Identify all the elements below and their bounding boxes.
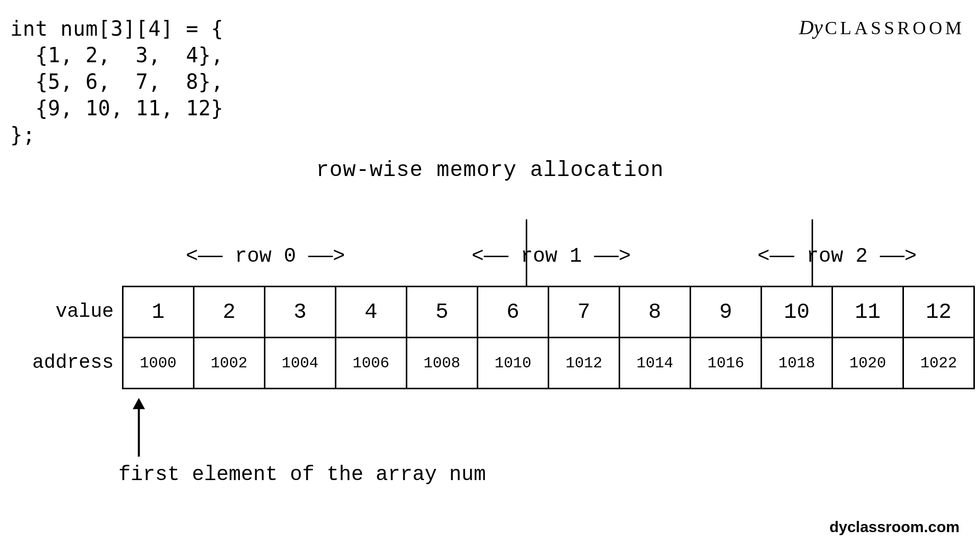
value-cell: 10 <box>761 287 832 338</box>
code-block: int num[3][4] = { {1, 2, 3, 4}, {5, 6, 7… <box>10 15 224 148</box>
diagram-title: row-wise memory allocation <box>0 158 980 183</box>
value-row: 1 2 3 4 5 6 7 8 9 10 11 12 <box>122 287 974 338</box>
address-row: 1000 1002 1004 1006 1008 1010 1012 1014 … <box>122 338 974 389</box>
value-cell: 2 <box>193 287 264 338</box>
row-header-2: <—— row 2 ——> <box>694 245 980 268</box>
address-cell: 1002 <box>193 338 264 389</box>
first-element-caption: first element of the array num <box>118 463 486 486</box>
value-cell: 4 <box>335 287 406 338</box>
value-cell: 5 <box>406 287 477 338</box>
address-cell: 1004 <box>264 338 335 389</box>
memory-table-wrap: value address 1 2 3 4 5 6 7 8 9 10 11 12… <box>5 286 975 389</box>
address-cell: 1008 <box>406 338 477 389</box>
label-value: value <box>5 286 122 337</box>
separator-line-1 <box>526 219 527 286</box>
address-cell: 1018 <box>761 338 832 389</box>
up-arrow-icon <box>118 398 159 459</box>
value-cell: 7 <box>548 287 619 338</box>
first-element-annotation: first element of the array num <box>118 398 486 486</box>
row-headers: <—— row 0 ——> <—— row 1 ——> <—— row 2 ——… <box>122 219 975 286</box>
memory-diagram: <—— row 0 ——> <—— row 1 ——> <—— row 2 ——… <box>5 219 975 389</box>
logo: DyCLASSROOM <box>799 15 965 39</box>
address-cell: 1000 <box>122 338 193 389</box>
value-cell: 8 <box>619 287 690 338</box>
address-cell: 1014 <box>619 338 690 389</box>
address-cell: 1010 <box>477 338 548 389</box>
separator-line-2 <box>812 219 813 286</box>
address-cell: 1006 <box>335 338 406 389</box>
value-cell: 1 <box>122 287 193 338</box>
address-cell: 1012 <box>548 338 619 389</box>
row-header-0: <—— row 0 ——> <box>122 245 408 268</box>
address-cell: 1022 <box>903 338 974 389</box>
value-cell: 3 <box>264 287 335 338</box>
value-cell: 11 <box>832 287 903 338</box>
logo-rest: CLASSROOM <box>825 18 965 38</box>
memory-table: 1 2 3 4 5 6 7 8 9 10 11 12 1000 1002 100… <box>122 286 975 389</box>
row-labels: value address <box>5 286 122 389</box>
value-cell: 12 <box>903 287 974 338</box>
footer-url: dyclassroom.com <box>829 518 960 536</box>
address-cell: 1016 <box>690 338 761 389</box>
svg-marker-1 <box>133 398 145 409</box>
address-cell: 1020 <box>832 338 903 389</box>
logo-dy: Dy <box>799 16 823 39</box>
label-address: address <box>5 337 122 388</box>
value-cell: 9 <box>690 287 761 338</box>
row-header-1: <—— row 1 ——> <box>408 245 694 268</box>
value-cell: 6 <box>477 287 548 338</box>
